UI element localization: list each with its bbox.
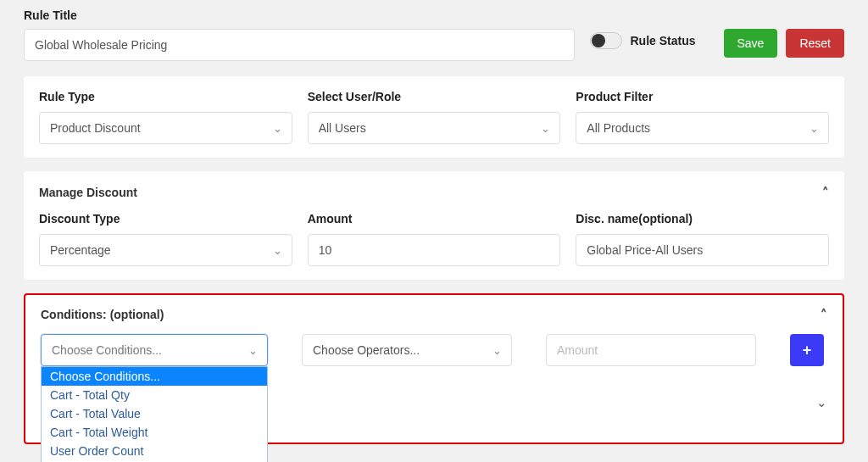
discount-type-select-wrap[interactable]: Percentage ⌄ [39, 234, 292, 266]
conditions-title: Conditions: (optional) [41, 308, 164, 321]
action-buttons: Save Reset [724, 8, 845, 58]
conditions-row: Choose Conditions... ⌄ Choose Operators.… [41, 334, 827, 366]
choose-operators-wrap[interactable]: Choose Operators... ⌄ [302, 334, 512, 366]
rule-title-block: Rule Title [24, 8, 575, 61]
add-condition-button[interactable]: + [790, 334, 824, 366]
user-role-select-wrap[interactable]: All Users ⌄ [308, 112, 561, 144]
choose-conditions-select[interactable]: Choose Conditions... [41, 334, 268, 366]
product-filter-select[interactable]: All Products [576, 112, 829, 144]
discount-type-label: Discount Type [39, 212, 292, 225]
rule-status-block: Rule Status [590, 8, 709, 49]
choose-conditions-wrap[interactable]: Choose Conditions... ⌄ [41, 334, 268, 366]
rule-type-select[interactable]: Product Discount [39, 112, 292, 144]
extra-collapse-icon[interactable]: ⌄ [816, 395, 827, 410]
user-role-select[interactable]: All Users [308, 112, 561, 144]
conditions-dropdown[interactable]: Choose Conditions... Cart - Total Qty Ca… [41, 366, 268, 462]
collapse-icon[interactable]: ˄ [822, 185, 829, 200]
collapse-icon[interactable]: ˄ [821, 307, 827, 322]
user-role-label: Select User/Role [308, 90, 561, 103]
discount-name-input[interactable] [576, 234, 829, 266]
discount-amount-label: Amount [308, 212, 561, 225]
rule-header: Rule Title Rule Status Save Reset [24, 8, 844, 61]
choose-operators-select[interactable]: Choose Operators... [302, 334, 512, 366]
product-filter-col: Product Filter All Products ⌄ [576, 90, 829, 144]
rule-type-select-wrap[interactable]: Product Discount ⌄ [39, 112, 292, 144]
conditions-header: Conditions: (optional) ˄ [41, 307, 827, 322]
manage-discount-header: Manage Discount ˄ [39, 185, 829, 200]
dropdown-option[interactable]: Cart - Total Value [42, 404, 267, 423]
save-button[interactable]: Save [724, 29, 778, 58]
discount-row: Discount Type Percentage ⌄ Amount Disc. … [39, 212, 829, 266]
rule-type-label: Rule Type [39, 90, 292, 103]
dropdown-option[interactable]: User Order Count [42, 442, 267, 460]
config-row: Rule Type Product Discount ⌄ Select User… [39, 90, 829, 144]
dropdown-option[interactable]: Cart - Total Weight [42, 423, 267, 442]
user-role-col: Select User/Role All Users ⌄ [308, 90, 561, 144]
rule-title-input[interactable] [24, 29, 575, 61]
discount-amount-input[interactable] [308, 234, 561, 266]
chevron-down-icon[interactable]: ⌄ [816, 395, 827, 409]
rule-config-card: Rule Type Product Discount ⌄ Select User… [24, 76, 844, 158]
rule-title-label: Rule Title [24, 8, 575, 22]
dropdown-option[interactable]: Cart - Total Qty [42, 386, 267, 404]
product-filter-select-wrap[interactable]: All Products ⌄ [576, 112, 829, 144]
condition-amount-input[interactable] [546, 334, 756, 366]
discount-name-label: Disc. name(optional) [576, 212, 829, 225]
rule-status-toggle[interactable] [590, 32, 622, 49]
dropdown-option[interactable]: Choose Conditions... [42, 367, 267, 386]
reset-button[interactable]: Reset [786, 29, 844, 58]
conditions-card: Conditions: (optional) ˄ Choose Conditio… [24, 293, 844, 444]
rule-type-col: Rule Type Product Discount ⌄ [39, 90, 292, 144]
manage-discount-title: Manage Discount [39, 186, 137, 199]
discount-type-col: Discount Type Percentage ⌄ [39, 212, 292, 266]
discount-amount-col: Amount [308, 212, 561, 266]
product-filter-label: Product Filter [576, 90, 829, 103]
discount-type-select[interactable]: Percentage [39, 234, 292, 266]
rule-status-label: Rule Status [631, 34, 696, 47]
discount-name-col: Disc. name(optional) [576, 212, 829, 266]
manage-discount-card: Manage Discount ˄ Discount Type Percenta… [24, 171, 844, 280]
